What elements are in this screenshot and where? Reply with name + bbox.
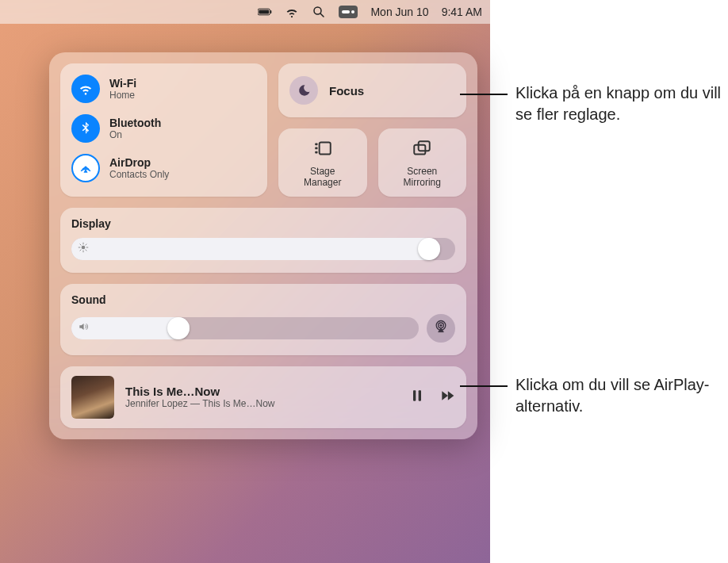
svg-rect-2 (271, 10, 272, 13)
svg-rect-7 (315, 144, 317, 146)
airdrop-status: Contacts Only (109, 169, 169, 180)
bluetooth-button[interactable]: Bluetooth On (70, 111, 258, 146)
menubar: Mon Jun 10 9:41 AM (0, 0, 490, 24)
bluetooth-title: Bluetooth (109, 117, 161, 129)
svg-rect-8 (315, 147, 317, 150)
battery-icon[interactable] (258, 5, 272, 19)
airdrop-title: AirDrop (109, 156, 169, 169)
display-card: Display (60, 208, 466, 273)
control-center-panel: Wi-Fi Home Bluetooth On AirDrop (49, 52, 477, 439)
svg-rect-25 (419, 390, 421, 400)
screen-mirroring-label: ScreenMirroring (404, 167, 441, 189)
display-slider[interactable] (71, 238, 455, 260)
svg-rect-11 (419, 141, 430, 151)
airdrop-button[interactable]: AirDrop Contacts Only (70, 151, 258, 186)
menubar-time[interactable]: 9:41 AM (442, 6, 482, 18)
menubar-date[interactable]: Mon Jun 10 (370, 6, 428, 18)
svg-rect-6 (319, 142, 330, 154)
now-playing-subtitle: Jennifer Lopez — This Is Me…Now (125, 398, 398, 409)
screen-mirroring-icon (412, 138, 432, 162)
svg-line-19 (80, 250, 81, 251)
annotation-focus: Klicka på en knapp om du vill se fler re… (515, 82, 722, 125)
sound-slider[interactable] (71, 317, 419, 339)
svg-point-12 (82, 245, 86, 249)
now-playing-title: This Is Me…Now (125, 385, 398, 398)
stage-manager-icon (312, 138, 333, 162)
brightness-icon (78, 242, 89, 256)
connectivity-card: Wi-Fi Home Bluetooth On AirDrop (60, 63, 267, 197)
svg-rect-10 (415, 145, 426, 155)
stage-manager-label: StageManager (304, 167, 341, 189)
sound-title: Sound (71, 293, 455, 306)
wifi-menubar-icon[interactable] (285, 5, 299, 19)
pause-button[interactable] (409, 388, 425, 407)
bluetooth-icon (71, 114, 100, 143)
annotation-airplay: Klicka om du vill se AirPlay-alternativ. (515, 374, 722, 417)
now-playing-card[interactable]: This Is Me…Now Jennifer Lopez — This Is … (60, 366, 466, 428)
airdrop-icon (71, 154, 100, 182)
focus-button[interactable]: Focus (278, 63, 466, 117)
stage-manager-button[interactable]: StageManager (278, 128, 367, 197)
focus-label: Focus (329, 84, 364, 98)
bluetooth-status: On (109, 129, 161, 140)
svg-rect-1 (259, 10, 270, 13)
wifi-status: Home (109, 90, 136, 101)
wifi-title: Wi-Fi (109, 77, 136, 90)
display-title: Display (71, 217, 455, 230)
svg-point-23 (440, 324, 442, 326)
svg-line-18 (86, 250, 86, 251)
svg-rect-24 (413, 390, 416, 400)
wifi-icon (71, 75, 100, 103)
moon-icon (289, 76, 318, 105)
wifi-button[interactable]: Wi-Fi Home (70, 71, 258, 106)
speaker-icon (78, 321, 89, 335)
airplay-audio-button[interactable] (427, 314, 455, 343)
sound-card: Sound (60, 284, 466, 355)
svg-point-3 (314, 7, 321, 14)
next-track-button[interactable] (439, 388, 455, 407)
screen-mirroring-button[interactable]: ScreenMirroring (378, 128, 467, 197)
album-art (71, 376, 114, 419)
svg-rect-9 (315, 151, 317, 154)
spotlight-icon[interactable] (312, 5, 326, 19)
control-center-menubar-icon[interactable] (339, 6, 358, 18)
svg-line-20 (86, 244, 86, 245)
svg-line-4 (321, 13, 324, 17)
airplay-icon (433, 319, 449, 338)
svg-line-17 (80, 244, 81, 245)
